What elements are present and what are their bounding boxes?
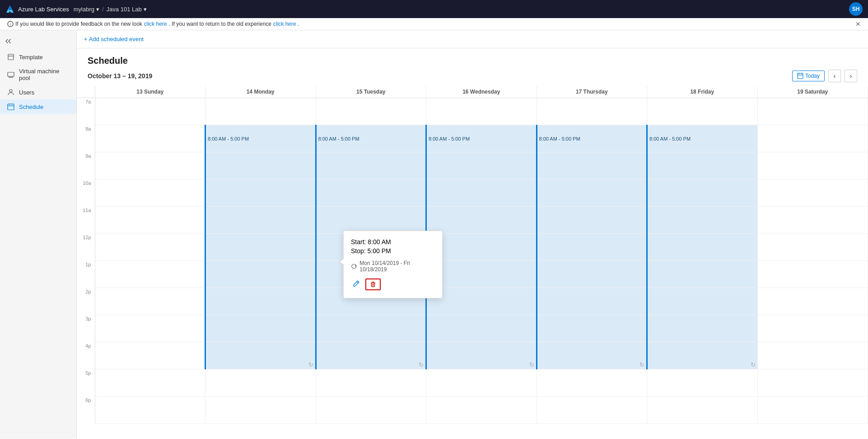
- cal-cell[interactable]: [95, 369, 205, 397]
- cal-cell[interactable]: [757, 397, 868, 424]
- cal-cell[interactable]: [647, 234, 758, 261]
- feedback-link-2[interactable]: click here: [273, 21, 296, 27]
- feedback-link-1[interactable]: click here: [144, 21, 167, 27]
- cal-cell[interactable]: 8:00 AM - 5:00 PM: [316, 125, 426, 152]
- cal-cell[interactable]: [95, 315, 205, 342]
- cal-cell[interactable]: [537, 288, 647, 315]
- cal-cell[interactable]: [426, 315, 537, 342]
- sidebar-collapse-button[interactable]: [0, 34, 76, 50]
- close-banner-button[interactable]: ✕: [855, 20, 861, 28]
- cal-cell[interactable]: 8:00 AM - 5:00 PM: [205, 125, 316, 152]
- cal-cell[interactable]: 8:00 AM - 5:00 PM: [537, 125, 647, 152]
- cal-cell[interactable]: [95, 342, 205, 369]
- avatar[interactable]: SH: [849, 2, 863, 16]
- cal-cell[interactable]: ↻: [316, 342, 426, 369]
- cal-cell[interactable]: [537, 261, 647, 288]
- popup-delete-button[interactable]: [365, 279, 381, 290]
- cal-cell[interactable]: [426, 397, 537, 424]
- cal-cell[interactable]: [205, 207, 316, 234]
- cal-cell[interactable]: [316, 179, 426, 207]
- cal-cell[interactable]: [316, 207, 426, 234]
- cal-cell[interactable]: [537, 369, 647, 397]
- cal-cell[interactable]: [537, 179, 647, 207]
- cal-cell[interactable]: [757, 98, 868, 125]
- cal-cell[interactable]: [537, 152, 647, 179]
- cal-cell[interactable]: [757, 234, 868, 261]
- cal-cell[interactable]: [647, 397, 758, 424]
- cal-cell[interactable]: [205, 152, 316, 179]
- cal-cell[interactable]: [205, 98, 316, 125]
- cal-cell[interactable]: [537, 207, 647, 234]
- cal-cell[interactable]: [757, 207, 868, 234]
- cal-cell[interactable]: [95, 207, 205, 234]
- cal-cell[interactable]: [537, 234, 647, 261]
- cal-cell[interactable]: [647, 207, 758, 234]
- prev-week-button[interactable]: ‹: [828, 70, 841, 82]
- sidebar-item-users[interactable]: Users: [0, 85, 76, 99]
- next-week-button[interactable]: ›: [845, 70, 857, 82]
- cal-cell[interactable]: [205, 288, 316, 315]
- cal-cell[interactable]: [316, 152, 426, 179]
- cal-cell[interactable]: [757, 179, 868, 207]
- cal-cell[interactable]: [95, 234, 205, 261]
- lab-nav[interactable]: Java 101 Lab ▾: [107, 6, 147, 13]
- cal-cell[interactable]: [426, 234, 537, 261]
- cal-cell[interactable]: [647, 369, 758, 397]
- cal-cell[interactable]: ↻: [537, 342, 647, 369]
- account-nav[interactable]: mylabrg ▾: [74, 6, 99, 13]
- cal-cell[interactable]: [537, 397, 647, 424]
- date-range-label: October 13 – 19, 2019: [88, 72, 152, 80]
- cal-cell[interactable]: [647, 152, 758, 179]
- cal-cell[interactable]: [426, 179, 537, 207]
- cal-cell[interactable]: [647, 288, 758, 315]
- cal-cell[interactable]: [205, 234, 316, 261]
- cal-cell[interactable]: [95, 261, 205, 288]
- sidebar-item-vm-pool[interactable]: Virtual machine pool: [0, 64, 76, 85]
- cal-cell[interactable]: [205, 315, 316, 342]
- cal-cell[interactable]: [316, 369, 426, 397]
- cal-cell[interactable]: [757, 152, 868, 179]
- cal-cell[interactable]: [757, 288, 868, 315]
- cal-cell[interactable]: [95, 179, 205, 207]
- cal-cell[interactable]: [205, 397, 316, 424]
- cal-cell[interactable]: [426, 207, 537, 234]
- cal-cell[interactable]: [426, 369, 537, 397]
- cal-cell[interactable]: ↻: [426, 342, 537, 369]
- cal-cell[interactable]: [757, 342, 868, 369]
- cal-cell[interactable]: [426, 152, 537, 179]
- cal-cell[interactable]: [537, 315, 647, 342]
- cal-cell[interactable]: [95, 397, 205, 424]
- cal-cell[interactable]: ↻: [205, 342, 316, 369]
- cal-cell[interactable]: [95, 125, 205, 152]
- cal-cell[interactable]: [95, 98, 205, 125]
- add-scheduled-event-button[interactable]: + Add scheduled event: [84, 34, 144, 44]
- cal-cell[interactable]: [757, 125, 868, 152]
- cal-cell[interactable]: [647, 179, 758, 207]
- cal-cell[interactable]: [647, 98, 758, 125]
- cal-cell[interactable]: [316, 397, 426, 424]
- cal-cell[interactable]: [426, 98, 537, 125]
- cal-cell[interactable]: [316, 98, 426, 125]
- sidebar-item-template[interactable]: Template: [0, 50, 76, 64]
- cal-cell[interactable]: [647, 261, 758, 288]
- cal-cell[interactable]: [757, 369, 868, 397]
- cal-cell[interactable]: [205, 179, 316, 207]
- cal-cell[interactable]: [757, 315, 868, 342]
- popup-edit-button[interactable]: [351, 278, 362, 291]
- cal-cell[interactable]: [426, 261, 537, 288]
- cal-cell[interactable]: [95, 152, 205, 179]
- cal-cell[interactable]: ↻: [647, 342, 758, 369]
- today-button[interactable]: Today: [792, 71, 825, 81]
- cal-cell[interactable]: [757, 261, 868, 288]
- cal-cell[interactable]: [205, 369, 316, 397]
- cal-cell[interactable]: [426, 288, 537, 315]
- calendar-container[interactable]: 13 Sunday 14 Monday 15 Tuesday 16 Wednes…: [77, 86, 868, 439]
- cal-cell[interactable]: [537, 98, 647, 125]
- cal-cell[interactable]: [647, 315, 758, 342]
- cal-cell[interactable]: [205, 261, 316, 288]
- cal-cell[interactable]: [316, 315, 426, 342]
- sidebar-item-schedule[interactable]: Schedule: [0, 99, 76, 114]
- cal-cell[interactable]: [95, 288, 205, 315]
- cal-cell[interactable]: 8:00 AM - 5:00 PM: [647, 125, 758, 152]
- cal-cell[interactable]: 8:00 AM - 5:00 PM: [426, 125, 537, 152]
